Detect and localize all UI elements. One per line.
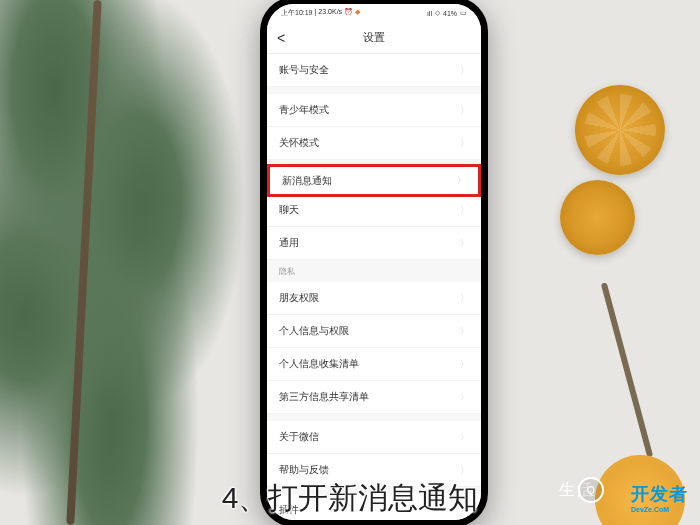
battery-percent: 41% [443, 10, 457, 17]
chevron-left-icon: < [277, 30, 285, 46]
chevron-right-icon: 〉 [460, 391, 469, 404]
battery-icon: ▭ [460, 9, 467, 17]
chevron-right-icon: 〉 [460, 64, 469, 77]
item-label: 关怀模式 [279, 136, 319, 150]
settings-item-care-mode[interactable]: 关怀模式 〉 [267, 127, 481, 160]
settings-item-about-wechat[interactable]: 关于微信 〉 [267, 421, 481, 454]
settings-item-third-party-sharing[interactable]: 第三方信息共享清单 〉 [267, 381, 481, 414]
settings-item-account-security[interactable]: 账号与安全 〉 [267, 54, 481, 87]
item-label: 第三方信息共享清单 [279, 390, 369, 404]
page-title: 设置 [267, 30, 481, 45]
item-label: 个人信息与权限 [279, 324, 349, 338]
settings-item-chat[interactable]: 聊天 〉 [267, 194, 481, 227]
item-label: 关于微信 [279, 430, 319, 444]
settings-item-general[interactable]: 通用 〉 [267, 227, 481, 260]
item-label: 青少年模式 [279, 103, 329, 117]
section-gap [267, 414, 481, 421]
status-bar: 上午10:19 | 23.0K/s ⏰ ◆ ıll ◇ 41% ▭ [267, 4, 481, 22]
watermark-search-icon: Q [578, 477, 604, 503]
chevron-right-icon: 〉 [460, 237, 469, 250]
chevron-right-icon: 〉 [460, 137, 469, 150]
item-label: 新消息通知 [282, 174, 332, 188]
chevron-right-icon: 〉 [460, 292, 469, 305]
decoration-citrus-slice-2 [560, 180, 635, 255]
alarm-icon: ⏰ [344, 8, 353, 18]
settings-item-new-message-notification[interactable]: 新消息通知 〉 [267, 164, 481, 197]
item-label: 聊天 [279, 203, 299, 217]
watermark-brand-text: 开发者 [631, 484, 688, 504]
decoration-twig [601, 282, 653, 457]
chevron-right-icon: 〉 [460, 358, 469, 371]
item-label: 个人信息收集清单 [279, 357, 359, 371]
chevron-right-icon: 〉 [457, 174, 466, 187]
settings-item-friend-permissions[interactable]: 朋友权限 〉 [267, 282, 481, 315]
section-gap [267, 87, 481, 94]
settings-item-youth-mode[interactable]: 青少年模式 〉 [267, 94, 481, 127]
chevron-right-icon: 〉 [460, 464, 469, 477]
status-speed: 23.0K/s [318, 8, 342, 18]
chevron-right-icon: 〉 [460, 204, 469, 217]
section-label-privacy: 隐私 [267, 260, 481, 282]
item-label: 账号与安全 [279, 63, 329, 77]
page-header: < 设置 [267, 22, 481, 54]
watermark-url: DevZe.CoM [631, 506, 688, 513]
status-time: 上午10:19 [281, 8, 313, 18]
settings-item-personal-info-collection[interactable]: 个人信息收集清单 〉 [267, 348, 481, 381]
watermark-brand: 开发者 DevZe.CoM [631, 482, 688, 513]
item-label: 通用 [279, 236, 299, 250]
signal-icon: ıll [427, 10, 432, 17]
phone-screen: 上午10:19 | 23.0K/s ⏰ ◆ ıll ◇ 41% ▭ < 设置 账… [267, 4, 481, 520]
wifi-icon: ◇ [435, 9, 440, 17]
decoration-leaves [0, 0, 250, 525]
settings-item-personal-info-permissions[interactable]: 个人信息与权限 〉 [267, 315, 481, 348]
item-label: 帮助与反馈 [279, 463, 329, 477]
chevron-right-icon: 〉 [460, 104, 469, 117]
chevron-right-icon: 〉 [460, 325, 469, 338]
notification-icon: ◆ [355, 8, 360, 18]
item-label: 朋友权限 [279, 291, 319, 305]
back-button[interactable]: < [277, 30, 285, 46]
chevron-right-icon: 〉 [460, 431, 469, 444]
phone-frame: 上午10:19 | 23.0K/s ⏰ ◆ ıll ◇ 41% ▭ < 设置 账… [260, 0, 488, 525]
decoration-citrus-slice-1 [575, 85, 665, 175]
